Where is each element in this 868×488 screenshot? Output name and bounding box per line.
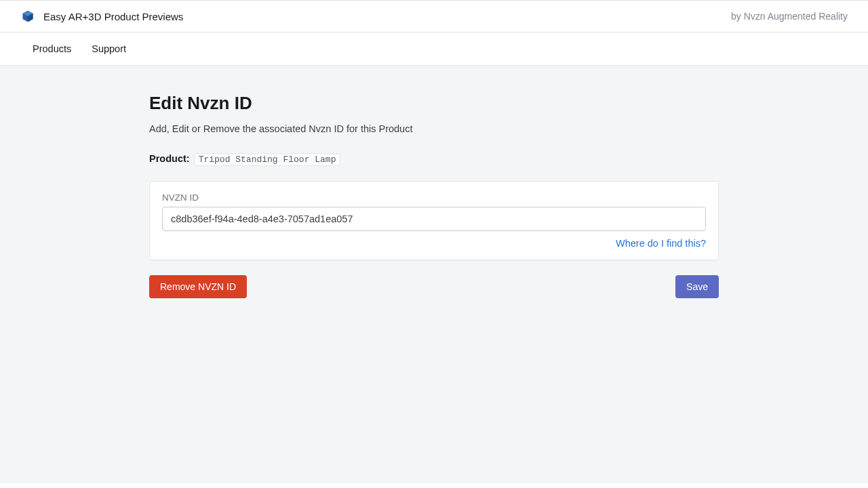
product-name-badge: Tripod Standing Floor Lamp xyxy=(194,153,341,166)
page-title: Edit Nvzn ID xyxy=(149,93,719,114)
product-label: Product: xyxy=(149,153,190,164)
help-link[interactable]: Where do I find this? xyxy=(616,238,706,249)
nav-support[interactable]: Support xyxy=(92,43,126,54)
nav-products[interactable]: Products xyxy=(33,43,71,54)
top-bar: Easy AR+3D Product Previews by Nvzn Augm… xyxy=(0,0,868,33)
nvzn-id-input[interactable] xyxy=(162,207,706,231)
page-body: Edit Nvzn ID Add, Edit or Remove the ass… xyxy=(0,66,868,483)
product-row: Product: Tripod Standing Floor Lamp xyxy=(149,153,719,166)
help-link-row: Where do I find this? xyxy=(162,238,706,249)
content-container: Edit Nvzn ID Add, Edit or Remove the ass… xyxy=(136,93,732,298)
app-byline: by Nvzn Augmented Reality xyxy=(731,11,848,22)
top-bar-left: Easy AR+3D Product Previews xyxy=(20,9,183,24)
app-title: Easy AR+3D Product Previews xyxy=(43,11,183,22)
app-cube-icon xyxy=(20,9,35,24)
page-subtitle: Add, Edit or Remove the associated Nvzn … xyxy=(149,123,719,134)
nvzn-id-card: NVZN ID Where do I find this? xyxy=(149,181,719,260)
save-button[interactable]: Save xyxy=(675,275,719,298)
nav-bar: Products Support xyxy=(0,33,868,66)
remove-button[interactable]: Remove NVZN ID xyxy=(149,275,247,298)
nvzn-id-label: NVZN ID xyxy=(162,192,706,203)
action-row: Remove NVZN ID Save xyxy=(149,275,719,298)
